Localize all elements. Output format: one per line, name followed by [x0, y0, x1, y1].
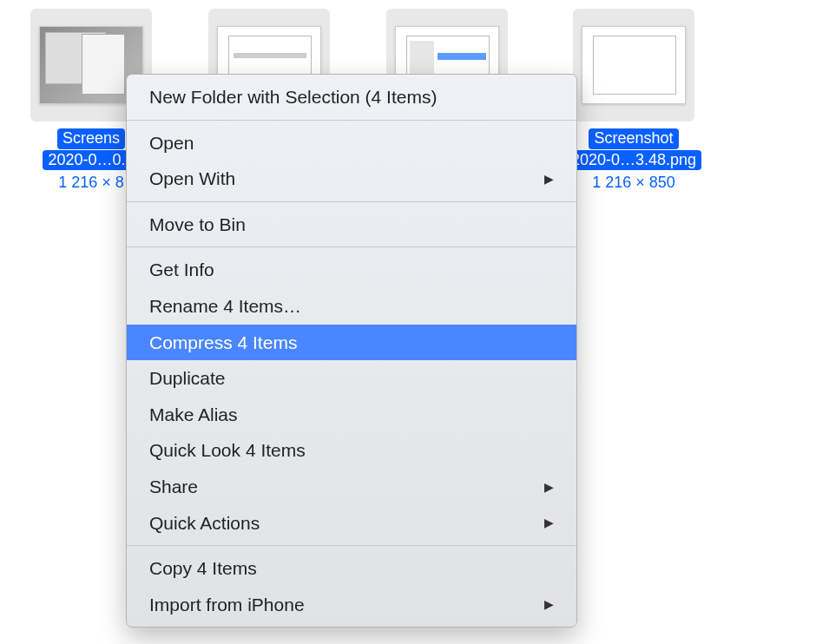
file-name-line2: 2020-0…3.48.png: [566, 150, 701, 171]
menu-compress[interactable]: Compress 4 Items: [127, 325, 576, 361]
file-name-line2: 2020-0…0.5: [43, 150, 139, 171]
menu-label: Move to Bin: [149, 210, 246, 240]
menu-quick-look[interactable]: Quick Look 4 Items: [127, 432, 576, 469]
menu-separator: [127, 201, 576, 202]
menu-label: Make Alias: [149, 400, 238, 430]
submenu-arrow-icon: ▶: [544, 477, 554, 496]
menu-separator: [127, 120, 576, 121]
file-dimensions: 1 216 × 850: [566, 174, 701, 193]
menu-label: Copy 4 Items: [149, 554, 257, 583]
submenu-arrow-icon: ▶: [544, 595, 554, 614]
thumbnail-preview: [582, 26, 686, 104]
submenu-arrow-icon: ▶: [544, 513, 554, 532]
menu-label: Rename 4 Items…: [149, 292, 301, 321]
menu-import-from-iphone[interactable]: Import from iPhone ▶: [127, 587, 576, 623]
submenu-arrow-icon: ▶: [544, 169, 554, 188]
menu-copy[interactable]: Copy 4 Items: [127, 550, 576, 587]
menu-duplicate[interactable]: Duplicate: [127, 360, 576, 397]
file-thumbnail: [573, 9, 694, 122]
menu-label: Compress 4 Items: [149, 328, 297, 358]
menu-label: Share: [149, 472, 198, 502]
file-label: Screens 2020-0…0.5 1 216 × 8: [43, 128, 139, 193]
menu-open-with[interactable]: Open With ▶: [127, 161, 576, 197]
menu-label: Quick Look 4 Items: [149, 436, 306, 465]
menu-label: Open: [149, 128, 194, 158]
menu-label: Quick Actions: [149, 509, 260, 538]
menu-make-alias[interactable]: Make Alias: [127, 397, 576, 433]
file-dimensions: 1 216 × 8: [43, 174, 139, 193]
menu-share[interactable]: Share ▶: [127, 469, 576, 505]
menu-separator: [127, 246, 576, 247]
menu-label: Import from iPhone: [149, 590, 305, 620]
menu-rename[interactable]: Rename 4 Items…: [127, 288, 576, 325]
file-label: Screenshot 2020-0…3.48.png 1 216 × 850: [566, 128, 701, 193]
menu-quick-actions[interactable]: Quick Actions ▶: [127, 505, 576, 542]
file-name-line1: Screenshot: [589, 128, 678, 149]
menu-label: Get Info: [149, 255, 214, 285]
menu-open[interactable]: Open: [127, 125, 576, 161]
file-item-4[interactable]: Screenshot 2020-0…3.48.png 1 216 × 850: [569, 9, 699, 193]
file-name-line1: Screens: [57, 128, 125, 149]
menu-label: Duplicate: [149, 364, 226, 393]
menu-get-info[interactable]: Get Info: [127, 252, 576, 288]
menu-move-to-bin[interactable]: Move to Bin: [127, 207, 576, 243]
menu-label: New Folder with Selection (4 Items): [149, 82, 437, 112]
menu-new-folder-with-selection[interactable]: New Folder with Selection (4 Items): [127, 79, 576, 115]
menu-label: Open With: [149, 164, 235, 194]
menu-separator: [127, 545, 576, 546]
context-menu: New Folder with Selection (4 Items) Open…: [126, 74, 577, 628]
